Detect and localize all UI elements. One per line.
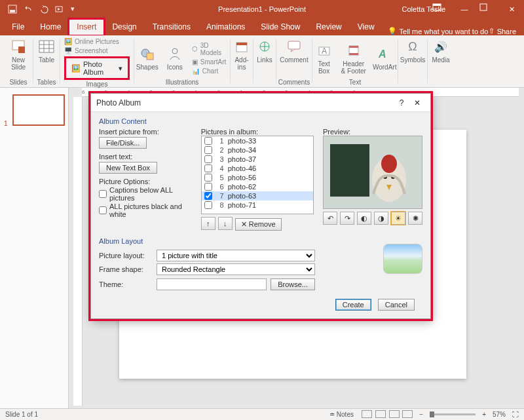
textbox-button[interactable]: AText Box	[314, 42, 335, 75]
dialog-close-icon[interactable]: ✕	[409, 98, 425, 107]
svg-text:A: A	[378, 48, 386, 60]
new-slide-icon	[10, 38, 27, 55]
redo-icon[interactable]	[39, 5, 48, 14]
list-item[interactable]: 1photo-33	[202, 136, 313, 145]
picture-layout-select[interactable]: 1 picture with title	[157, 250, 315, 261]
svg-rect-27	[330, 144, 369, 197]
remove-button[interactable]: ✕ Remove	[235, 218, 282, 231]
move-down-button[interactable]: ↓	[218, 217, 233, 230]
list-item[interactable]: 2photo-34	[202, 145, 313, 155]
icons-button[interactable]: Icons	[164, 45, 185, 71]
new-text-box-button[interactable]: New Text Box	[99, 162, 157, 174]
chart-button[interactable]: 📊Chart	[192, 67, 227, 75]
3d-models-button[interactable]: ⬡3D Models	[192, 42, 227, 56]
wordart-button[interactable]: AWordArt	[373, 45, 397, 71]
list-item[interactable]: 4photo-46	[202, 164, 313, 173]
tab-review[interactable]: Review	[308, 19, 349, 35]
tab-insert[interactable]: Insert	[69, 19, 104, 35]
addins-button[interactable]: Add- ins	[231, 38, 252, 71]
list-item[interactable]: 8photo-71	[202, 200, 313, 210]
share-button[interactable]: ⇧Share	[489, 27, 516, 35]
sorter-view-icon[interactable]	[375, 410, 386, 418]
photo-album-icon: 🖼️	[71, 64, 81, 73]
move-up-button[interactable]: ↑	[201, 217, 215, 230]
normal-view-icon[interactable]	[362, 410, 372, 418]
undo-icon[interactable]	[24, 5, 33, 14]
smartart-button[interactable]: ▣SmartArt	[192, 58, 227, 66]
pictures-in-album-label: Pictures in album:	[201, 128, 314, 136]
comment-button[interactable]: Comment	[280, 38, 308, 64]
slideshow-view-icon[interactable]	[402, 410, 413, 418]
insert-from-label: Insert picture from:	[99, 128, 192, 136]
list-item[interactable]: 5photo-56	[202, 173, 313, 182]
tab-design[interactable]: Design	[104, 19, 144, 35]
tab-home[interactable]: Home	[32, 19, 69, 35]
tell-me[interactable]: 💡Tell me what you want to do	[388, 27, 489, 35]
contrast-up-button[interactable]: ◐	[357, 212, 371, 225]
zoom-out-button[interactable]: −	[419, 411, 423, 418]
zoom-slider[interactable]	[430, 413, 476, 415]
theme-input[interactable]	[157, 278, 267, 290]
header-footer-button[interactable]: Header & Footer	[341, 42, 366, 75]
start-from-beginning-icon[interactable]	[55, 5, 64, 14]
notes-button[interactable]: ≐ Notes	[329, 411, 354, 418]
brightness-up-button[interactable]: ☀	[391, 212, 405, 225]
media-button[interactable]: 🔊Media	[430, 38, 451, 64]
slide-thumb-1[interactable]	[12, 94, 65, 126]
browse-button[interactable]: Browse...	[271, 278, 315, 290]
create-button[interactable]: Create	[335, 299, 371, 311]
smartart-icon: ▣	[192, 58, 198, 66]
tab-file[interactable]: File	[4, 19, 32, 35]
tab-view[interactable]: View	[350, 19, 383, 35]
list-item[interactable]: 3photo-37	[202, 155, 313, 164]
tab-slideshow[interactable]: Slide Show	[253, 19, 308, 35]
frame-shape-select[interactable]: Rounded Rectangle	[157, 263, 315, 275]
header-footer-icon	[345, 42, 362, 59]
reading-view-icon[interactable]	[389, 410, 400, 418]
icons-icon	[166, 45, 183, 62]
list-item[interactable]: 6photo-62	[202, 182, 313, 191]
zoom-in-button[interactable]: +	[482, 411, 486, 418]
symbols-button[interactable]: ΩSymbols	[400, 38, 425, 64]
table-button[interactable]: Table	[36, 38, 57, 64]
svg-rect-19	[288, 41, 300, 49]
chart-icon: 📊	[192, 67, 200, 75]
list-item[interactable]: 7photo-63	[202, 191, 313, 200]
svg-point-29	[381, 155, 397, 173]
brightness-down-button[interactable]: ✺	[408, 212, 422, 225]
online-pictures-button[interactable]: 🖼️Online Pictures	[64, 38, 119, 45]
links-button[interactable]: Links	[254, 38, 275, 64]
shapes-button[interactable]: Shapes	[137, 45, 158, 71]
insert-text-label: Insert text:	[99, 153, 192, 161]
close-icon[interactable]: ✕	[503, 3, 520, 15]
fit-to-window-icon[interactable]: ⛶	[512, 411, 519, 418]
tab-transitions[interactable]: Transitions	[145, 19, 198, 35]
help-icon[interactable]: ?	[394, 98, 409, 107]
bw-checkbox[interactable]: ALL pictures black and white	[99, 202, 192, 218]
links-icon	[256, 38, 273, 55]
ribbon-options-icon[interactable]	[432, 3, 449, 15]
captions-checkbox[interactable]: Captions below ALL pictures	[99, 186, 192, 202]
screenshot-button[interactable]: 🖥️Screenshot	[64, 47, 108, 54]
rotate-right-button[interactable]: ↷	[340, 212, 354, 225]
photo-album-dialog: Photo Album ? ✕ Album Content Insert pic…	[90, 93, 431, 319]
photo-album-button[interactable]: 🖼️Photo Album▾	[64, 56, 130, 80]
tab-animations[interactable]: Animations	[198, 19, 253, 35]
new-slide-button[interactable]: New Slide	[8, 38, 29, 71]
maximize-icon[interactable]	[479, 3, 496, 15]
dialog-title: Photo Album	[96, 98, 141, 107]
minimize-icon[interactable]: —	[456, 3, 473, 15]
contrast-down-button[interactable]: ◑	[374, 212, 388, 225]
cancel-button[interactable]: Cancel	[378, 299, 415, 311]
qat-dropdown-icon[interactable]: ▾	[71, 5, 80, 14]
shapes-icon	[139, 45, 156, 62]
pictures-listbox[interactable]: 1photo-332photo-343photo-374photo-465pho…	[201, 136, 314, 214]
rotate-left-button[interactable]: ↶	[323, 212, 337, 225]
frame-shape-label: Frame shape:	[99, 265, 153, 273]
wordart-icon: A	[376, 45, 393, 62]
textbox-icon: A	[316, 42, 333, 59]
frame-preview	[383, 244, 422, 274]
file-disk-button[interactable]: File/Disk...	[99, 137, 147, 149]
save-icon[interactable]	[8, 5, 17, 14]
thumb-number: 1	[4, 120, 8, 127]
